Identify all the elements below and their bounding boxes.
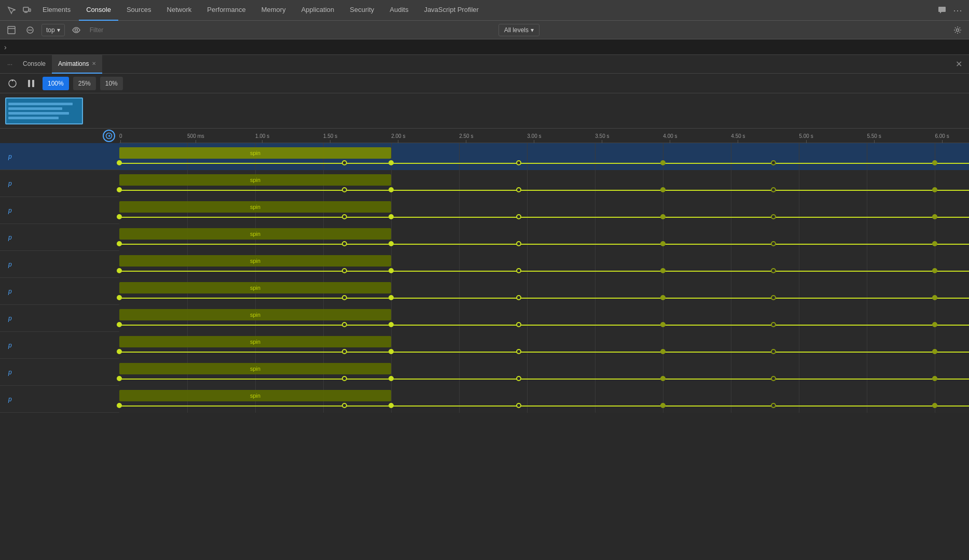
anim-toolbar: 100% 25% 10% (0, 74, 969, 93)
anim-row[interactable]: pspin (0, 278, 969, 305)
anim-row[interactable]: pspin (0, 170, 969, 197)
levels-dropdown[interactable]: All levels ▾ (499, 24, 539, 36)
ruler-tick: 2.00 s (391, 133, 405, 143)
grid-line (867, 278, 867, 305)
tab-audits[interactable]: Audits (382, 0, 416, 21)
grid-line (663, 386, 663, 413)
sub-tab-console[interactable]: Console (17, 55, 52, 74)
anim-dot (516, 295, 521, 300)
ruler-tick-line (942, 140, 943, 143)
anim-row[interactable]: pspin (0, 197, 969, 224)
scrubber-button[interactable] (103, 130, 115, 142)
svg-rect-3 (8, 26, 15, 34)
grid-line (527, 278, 528, 305)
tab-console[interactable]: Console (79, 0, 118, 21)
speed-25-button[interactable]: 25% (73, 77, 96, 90)
more-tabs-icon[interactable]: ··· (3, 61, 17, 68)
speed-100-button[interactable]: 100% (43, 77, 69, 90)
grid-line (867, 359, 867, 386)
ruler-tick-label: 0 (119, 133, 122, 139)
anim-bar: spin (119, 228, 391, 240)
grid-line (595, 143, 596, 170)
tab-js-profiler[interactable]: JavaScript Profiler (417, 0, 486, 21)
ruler-tick-label: 3.00 s (527, 133, 541, 139)
tab-network[interactable]: Network (160, 0, 199, 21)
close-panel-button[interactable]: ✕ (951, 57, 966, 72)
pause-icon[interactable] (24, 76, 38, 91)
anim-row-track: spin (119, 305, 969, 332)
more-icon[interactable]: ⋯ (950, 3, 965, 18)
sub-tab-animations[interactable]: Animations ✕ (52, 55, 102, 74)
anim-dot (932, 376, 937, 381)
grid-line (731, 143, 731, 170)
ruler-tick-line (330, 140, 330, 143)
anim-dot (117, 295, 122, 300)
anim-row[interactable]: pspin (0, 305, 969, 332)
anim-dot (660, 187, 666, 192)
grid-line (935, 278, 935, 305)
ruler-tick-line (466, 140, 466, 143)
ruler-tick-line (120, 140, 121, 143)
anim-timeline-line (119, 379, 969, 380)
grid-line (731, 170, 731, 197)
anim-row[interactable]: pspin (0, 224, 969, 251)
preview-line-1 (8, 103, 73, 105)
anim-row[interactable]: pspin (0, 332, 969, 359)
settings-icon[interactable] (950, 23, 965, 37)
anim-row-label: p (0, 342, 119, 349)
tab-close-icon[interactable]: ✕ (92, 61, 96, 66)
ruler-label-area (0, 129, 119, 143)
anim-row[interactable]: pspin (0, 143, 969, 170)
eye-icon[interactable] (69, 23, 84, 37)
chevron-down-icon: ▾ (57, 26, 60, 34)
grid-line (663, 251, 663, 278)
anim-dot (389, 160, 394, 165)
filter-input[interactable] (88, 25, 494, 35)
anim-dot (389, 295, 394, 300)
anim-bar: spin (119, 390, 391, 401)
anim-row-track: spin (119, 332, 969, 359)
grid-line (663, 197, 663, 224)
drawer-icon[interactable] (4, 23, 19, 37)
anim-dot (389, 403, 394, 408)
inspect-icon[interactable] (4, 3, 19, 18)
grid-line (459, 170, 460, 197)
svg-rect-11 (28, 80, 30, 87)
feedback-icon[interactable] (935, 3, 949, 18)
tab-application[interactable]: Application (294, 0, 342, 21)
tab-security[interactable]: Security (342, 0, 381, 21)
grid-line (527, 224, 528, 251)
tab-performance[interactable]: Performance (200, 0, 253, 21)
anim-bar: spin (119, 255, 391, 267)
console-input[interactable] (10, 43, 965, 51)
speed-10-button[interactable]: 10% (100, 77, 123, 90)
tab-memory[interactable]: Memory (254, 0, 293, 21)
tab-elements[interactable]: Elements (35, 0, 78, 21)
anim-row-label: p (0, 207, 119, 214)
preview-line-4 (8, 117, 59, 119)
grid-line (867, 332, 867, 359)
grid-line (799, 332, 799, 359)
anim-row[interactable]: pspin (0, 386, 969, 413)
anim-timeline-line (119, 405, 969, 407)
device-icon[interactable] (20, 3, 34, 18)
anim-dot (516, 268, 521, 273)
ruler-tick: 1.50 s (323, 133, 337, 143)
anim-dot (516, 160, 521, 165)
ruler-tick-label: 500 ms (187, 133, 204, 139)
grid-line (935, 143, 935, 170)
anim-dot (516, 349, 521, 354)
anim-row-label: p (0, 261, 119, 268)
grid-line (663, 305, 663, 332)
tab-sources[interactable]: Sources (119, 0, 159, 21)
context-dropdown[interactable]: top ▾ (41, 24, 65, 36)
anim-dot (389, 241, 394, 246)
ruler-tick: 2.50 s (459, 133, 473, 143)
anim-dot (117, 376, 122, 381)
grid-line (731, 197, 731, 224)
anim-row[interactable]: pspin (0, 251, 969, 278)
ruler-tick-line (196, 140, 196, 143)
clear-icon[interactable] (23, 23, 37, 37)
replay-icon[interactable] (5, 76, 20, 91)
anim-row[interactable]: pspin (0, 359, 969, 386)
